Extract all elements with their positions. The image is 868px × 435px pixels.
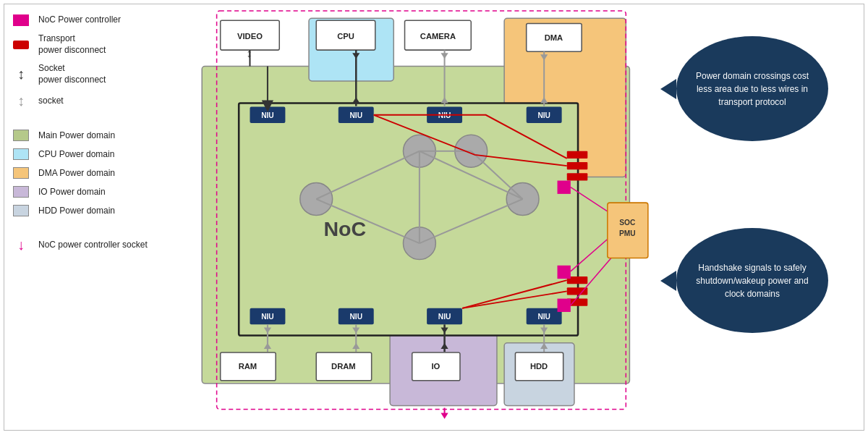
green-box-icon: [11, 130, 31, 141]
legend-item-socket-disconnect: ↕ Socketpower disconnect: [11, 63, 170, 85]
legend-label-socket: socket: [38, 96, 64, 107]
video-label: VIDEO: [237, 32, 263, 41]
magenta-sq-3: [558, 299, 571, 312]
diagram-svg: NoC NIU NIU NIU: [184, 7, 662, 428]
arrow-video-icon: ↕: [246, 46, 252, 59]
noc-box: [239, 104, 578, 336]
soc-pmu-label-1: SOC: [619, 219, 636, 227]
slate-box-icon: [11, 205, 31, 216]
red-bar-2: [567, 162, 588, 169]
callout-top-pointer: [660, 79, 676, 99]
gray-arrow-icon: ↕: [11, 93, 31, 109]
cpu-label: CPU: [337, 32, 354, 41]
ram-label: RAM: [239, 362, 258, 371]
legend-panel: NoC Power controller Transportpower disc…: [0, 0, 181, 435]
legend-label-dma-power: DMA Power domain: [38, 168, 115, 180]
niu-bot-4-label: NIU: [537, 313, 550, 321]
legend-item-io-power: IO Power domain: [11, 186, 170, 198]
callout-bottom-bubble: Handshake signals to safely shutdown/wak…: [676, 228, 828, 333]
legend-item-transport: Transportpower disconnect: [11, 33, 170, 56]
legend-label-main-power: Main Power domain: [38, 130, 115, 142]
legend-label-socket-disconnect: Socketpower disconnect: [38, 63, 106, 85]
legend-item-socket: ↕ socket: [11, 93, 170, 109]
dma-label: DMA: [545, 33, 563, 42]
niu-top-1-label: NIU: [261, 111, 274, 119]
legend-item-main-power: Main Power domain: [11, 130, 170, 141]
orange-box-icon: [11, 167, 31, 179]
arrow-camera-head-down: [441, 53, 448, 59]
legend-item-noc-socket: ↓ NoC power controller socket: [11, 237, 170, 253]
black-arrow-icon: ↕: [11, 66, 31, 83]
niu-bot-2-label: NIU: [349, 313, 362, 321]
legend-label-io-power: IO Power domain: [38, 187, 106, 198]
magenta-sq-2: [558, 266, 571, 279]
callout-top-text: Power domain crossings cost less area du…: [691, 69, 814, 109]
magenta-sq-1: [558, 181, 571, 194]
legend-item-dma-power: DMA Power domain: [11, 167, 170, 179]
callout-bottom-pointer: [660, 271, 676, 291]
legend-label-hdd-power: HDD Power domain: [38, 206, 115, 217]
magenta-square-icon: [11, 14, 31, 26]
io-label: IO: [431, 362, 440, 371]
legend-item-noc-power-ctrl: NoC Power controller: [11, 14, 170, 26]
niu-bot-3-label: NIU: [438, 313, 451, 321]
pink-arrow-icon: ↓: [11, 237, 31, 253]
hdd-label: HDD: [530, 362, 548, 371]
legend-label-cpu-power: CPU Power domain: [38, 149, 114, 161]
niu-bot-1-label: NIU: [261, 313, 274, 321]
legend-item-cpu-power: CPU Power domain: [11, 148, 170, 160]
callouts-panel: Power domain crossings cost less area du…: [665, 0, 868, 435]
legend-label-noc-socket: NoC power controller socket: [38, 240, 148, 251]
purple-box-icon: [11, 186, 31, 198]
niu-top-4-label: NIU: [537, 111, 550, 119]
callout-bottom-text: Handshake signals to safely shutdown/wak…: [691, 261, 814, 300]
niu-top-2-label: NIU: [349, 111, 362, 119]
legend-label-transport: Transportpower disconnect: [38, 33, 106, 56]
legend-label-noc-power-ctrl: NoC Power controller: [38, 14, 121, 26]
red-bar-1: [567, 151, 588, 159]
main-container: NoC Power controller Transportpower disc…: [0, 0, 868, 435]
soc-pmu-label-2: PMU: [619, 229, 636, 237]
red-bar-3: [567, 173, 588, 180]
dram-label: DRAM: [331, 362, 356, 371]
legend-item-hdd-power: HDD Power domain: [11, 205, 170, 216]
red-bar-icon: [11, 41, 31, 49]
noc-label: NoC: [323, 217, 366, 240]
callout-top-bubble: Power domain crossings cost less area du…: [676, 36, 828, 141]
lightblue-box-icon: [11, 148, 31, 160]
camera-label: CAMERA: [420, 32, 456, 41]
pink-arrow-bottom-head: [441, 413, 448, 419]
diagram-area: NoC NIU NIU NIU: [181, 0, 665, 435]
